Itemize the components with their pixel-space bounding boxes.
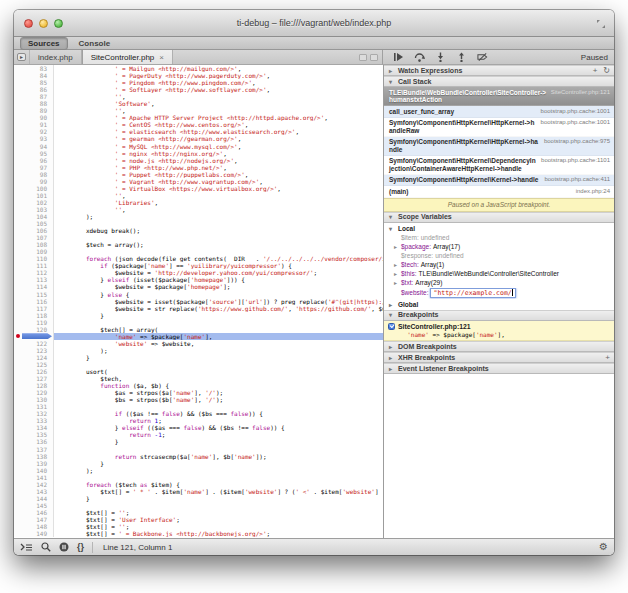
code-line[interactable]: 85 ' = Pingdom <http://www.pingdom.com/>…: [14, 79, 383, 86]
line-number[interactable]: 91: [14, 121, 54, 128]
code-line[interactable]: 100 ' = VirtualBox <https://www.virtualb…: [14, 185, 383, 192]
line-number[interactable]: 113: [14, 276, 54, 283]
refresh-watch-button[interactable]: ↻: [603, 66, 610, 75]
code-line[interactable]: 'name' => $package['name'],: [14, 333, 383, 340]
line-number[interactable]: 141: [14, 474, 54, 481]
code-line[interactable]: 83 ' = Mailgun <http://mailgun.com/>',: [14, 65, 383, 72]
file-tab-index-php[interactable]: index.php: [30, 50, 82, 64]
code-line[interactable]: 105: [14, 220, 383, 227]
line-number[interactable]: 86: [14, 86, 54, 93]
code-line[interactable]: 127 $tech,: [14, 375, 383, 382]
line-number[interactable]: 144: [14, 495, 54, 502]
call-stack-frame[interactable]: index.php:24(main): [384, 186, 614, 198]
line-number[interactable]: 87: [14, 93, 54, 100]
chevron-right-icon[interactable]: ▸: [394, 261, 401, 269]
step-over-button[interactable]: [414, 52, 425, 62]
code-line[interactable]: 141: [14, 474, 383, 481]
chevron-right-icon[interactable]: ▸: [394, 270, 401, 278]
line-number[interactable]: 122: [14, 340, 54, 347]
code-line[interactable]: 92 ' = elasticsearch <http://www.elastic…: [14, 128, 383, 135]
chevron-right-icon[interactable]: ▸: [394, 279, 401, 287]
resume-button[interactable]: [393, 52, 404, 62]
code-line[interactable]: 112 $website = 'http://developer.yahoo.c…: [14, 269, 383, 276]
code-line[interactable]: 86 ' = SoftLayer <http://www.softlayer.c…: [14, 86, 383, 93]
line-number[interactable]: 139: [14, 460, 54, 467]
line-number[interactable]: 147: [14, 516, 54, 523]
tab-layout-icon[interactable]: [370, 54, 378, 61]
line-number[interactable]: 133: [14, 417, 54, 424]
line-number[interactable]: 85: [14, 79, 54, 86]
event-listener-breakpoints-header[interactable]: ▸ Event Listener Breakpoints: [384, 363, 614, 374]
zoom-window-button[interactable]: [54, 19, 63, 28]
line-number[interactable]: 128: [14, 382, 54, 389]
code-line[interactable]: 103 '',: [14, 206, 383, 213]
code-line[interactable]: 102 'Libraries',: [14, 199, 383, 206]
code-line[interactable]: 120 $tech[] = array(: [14, 326, 383, 333]
line-number[interactable]: 106: [14, 227, 54, 234]
line-number[interactable]: 125: [14, 361, 54, 368]
call-stack-frame[interactable]: bootstrap.php.cache:1001Symfony\Componen…: [384, 118, 614, 137]
code-line[interactable]: 107: [14, 234, 383, 241]
code-line[interactable]: 99 ' = Vagrant <http://www.vagrantup.com…: [14, 178, 383, 185]
line-number[interactable]: 102: [14, 199, 54, 206]
code-line[interactable]: 131: [14, 403, 383, 410]
xhr-breakpoints-header[interactable]: ▸ XHR Breakpoints +: [384, 352, 614, 363]
line-number[interactable]: 130: [14, 396, 54, 403]
code-line[interactable]: 133 return 1;: [14, 417, 383, 424]
line-number[interactable]: 97: [14, 164, 54, 171]
code-line[interactable]: 144 }: [14, 495, 383, 502]
code-line[interactable]: 101 '',: [14, 192, 383, 199]
line-number[interactable]: 136: [14, 438, 54, 445]
code-line[interactable]: 98 ' = Puppet <http://puppetlabs.com/>',: [14, 171, 383, 178]
code-line[interactable]: 125: [14, 361, 383, 368]
line-number[interactable]: 103: [14, 206, 54, 213]
step-out-button[interactable]: [456, 52, 467, 62]
minimize-window-button[interactable]: [39, 19, 48, 28]
watch-expressions-header[interactable]: ▸ Watch Expressions + ↻: [384, 65, 614, 76]
code-line[interactable]: 134 } elseif (($as === false) && ($bs !=…: [14, 424, 383, 431]
file-tab-sitecontroller-php[interactable]: SiteController.php ×: [82, 50, 173, 64]
tab-console[interactable]: Console: [72, 38, 118, 49]
code-line[interactable]: 119: [14, 319, 383, 326]
call-stack-frame[interactable]: bootstrap.php.cache:975Symfony\Component…: [384, 137, 614, 156]
line-number[interactable]: 99: [14, 178, 54, 185]
line-number[interactable]: 134: [14, 424, 54, 431]
code-line[interactable]: 136 }: [14, 438, 383, 445]
code-line[interactable]: 132 if (($as !== false) && ($bs === fals…: [14, 410, 383, 417]
line-number[interactable]: 107: [14, 234, 54, 241]
line-number[interactable]: 131: [14, 403, 54, 410]
line-number[interactable]: 148: [14, 523, 54, 530]
code-line[interactable]: 115 } else {: [14, 291, 383, 298]
close-window-button[interactable]: [24, 19, 33, 28]
code-line[interactable]: 87 '',: [14, 93, 383, 100]
line-number[interactable]: 126: [14, 368, 54, 375]
code-line[interactable]: 147 $txt[] = 'User Interface';: [14, 516, 383, 523]
code-line[interactable]: 110 foreach (json_decode(file_get_conten…: [14, 255, 383, 262]
variable-value-editor[interactable]: "http://example.com/: [430, 288, 515, 298]
call-stack-frame[interactable]: SiteController.php:121TLE\Bundle\WebBund…: [384, 87, 614, 106]
line-number[interactable]: 111: [14, 262, 54, 269]
code-line[interactable]: 88 'Software',: [14, 100, 383, 107]
variable-row[interactable]: $response: undefined: [384, 252, 614, 261]
line-number[interactable]: 137: [14, 446, 54, 453]
line-number[interactable]: 96: [14, 157, 54, 164]
line-number[interactable]: 92: [14, 128, 54, 135]
code-line[interactable]: 140 );: [14, 467, 383, 474]
code-line[interactable]: 128 function ($a, $b) {: [14, 382, 383, 389]
scope-local-header[interactable]: ▾ Local: [384, 223, 614, 234]
line-number[interactable]: 84: [14, 72, 54, 79]
tab-sources[interactable]: Sources: [20, 37, 68, 50]
code-line[interactable]: 106 xdebug_break();: [14, 227, 383, 234]
code-line[interactable]: 108 $tech = array();: [14, 241, 383, 248]
line-number[interactable]: 118: [14, 312, 54, 319]
code-line[interactable]: 129 $as = strpos($a['name'], '/');: [14, 389, 383, 396]
code-line[interactable]: 135 return -1;: [14, 431, 383, 438]
line-number[interactable]: 101: [14, 192, 54, 199]
variable-row[interactable]: ▸$package: Array(17): [384, 243, 614, 252]
line-number[interactable]: 88: [14, 100, 54, 107]
line-number[interactable]: 110: [14, 255, 54, 262]
line-number[interactable]: 117: [14, 305, 54, 312]
line-number[interactable]: 105: [14, 220, 54, 227]
line-number[interactable]: 89: [14, 107, 54, 114]
line-number[interactable]: 94: [14, 143, 54, 150]
